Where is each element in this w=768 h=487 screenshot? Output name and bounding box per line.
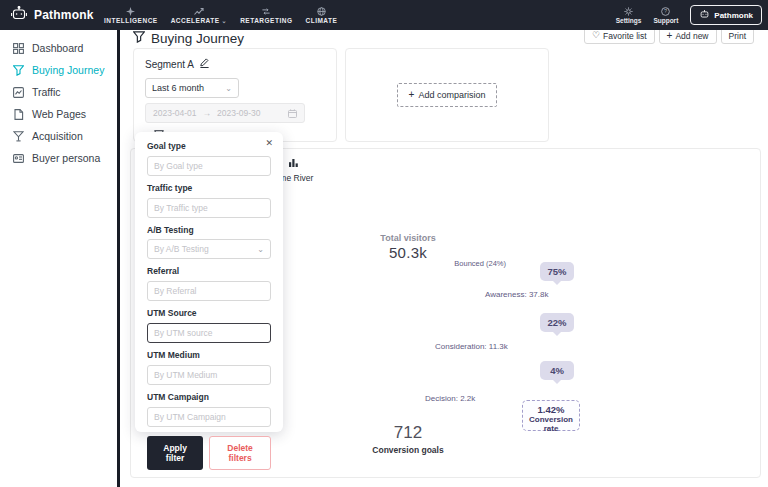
nav-item-accelerate[interactable]: ACCELERATE⌄: [171, 7, 227, 24]
edit-pencil-icon[interactable]: [200, 58, 209, 70]
sidebar-item-web-pages[interactable]: Web Pages: [0, 103, 117, 125]
apply-filter-button[interactable]: Apply filter: [147, 436, 203, 470]
support-label: Support: [653, 17, 678, 24]
settings-button[interactable]: Settings: [616, 7, 642, 24]
navbar-menu: INTELLIGENCE ACCELERATE⌄ RETARGETING CLI…: [104, 0, 337, 30]
field-label-traffic-type: Traffic type: [147, 183, 271, 193]
account-label: Pathmonk: [714, 11, 753, 20]
support-button[interactable]: ? Support: [653, 7, 678, 24]
period-select[interactable]: Last 6 month ⌄: [145, 78, 239, 98]
nav-label: CLIMATE: [305, 17, 337, 24]
account-button[interactable]: Pathmonk: [690, 5, 762, 25]
buyer-persona-icon: [13, 153, 24, 164]
ab-testing-placeholder: By A/B Testing: [154, 244, 209, 254]
gear-icon: [624, 7, 633, 16]
comparison-card: + Add comparision: [345, 48, 549, 142]
decision-stage-label: Decision: 2.2k: [425, 394, 475, 403]
arrow-right-icon: →: [202, 108, 211, 118]
funnel-icon: [133, 31, 145, 46]
sidebar-item-label: Dashboard: [32, 42, 83, 54]
consideration-stage-label: Consideration: 11.3k: [435, 342, 508, 351]
referral-input[interactable]: [147, 281, 271, 301]
conversion-rate-label: Conversion rate: [523, 415, 579, 433]
sidebar-item-buying-journey[interactable]: Buying Journey: [0, 59, 117, 81]
bounced-label: Bounced (24%): [366, 259, 506, 268]
favorite-list-label: Favorite list: [603, 31, 646, 41]
conversion-rate-value: 1.42%: [523, 404, 579, 415]
sidebar: Dashboard Buying Journey Traffic Web Pag…: [0, 30, 120, 487]
awareness-stage-label: Awareness: 37.8k: [485, 290, 548, 299]
chevron-down-icon: ⌄: [222, 17, 228, 24]
traffic-icon: [13, 87, 24, 98]
robot-logo-icon: [10, 6, 28, 25]
conversion-goals-label: Conversion goals: [358, 445, 458, 455]
page-title: Buying Journey: [133, 31, 244, 46]
print-label: Print: [729, 31, 746, 41]
segment-card: Segment A Last 6 month ⌄ 2023-04-01 → 20…: [133, 48, 337, 142]
date-start: 2023-04-01: [153, 108, 196, 118]
segment-title: Segment A: [145, 59, 194, 70]
sidebar-item-label: Buying Journey: [32, 64, 104, 76]
robot-icon: [699, 9, 710, 21]
nav-item-climate[interactable]: CLIMATE: [305, 7, 337, 24]
awareness-percent-badge: 75%: [540, 262, 574, 281]
goal-type-input[interactable]: [147, 156, 271, 176]
total-visitors-label: Total visitors: [358, 233, 458, 243]
nav-label: RETARGETING: [240, 17, 292, 24]
calendar-icon: [288, 109, 297, 118]
ab-testing-select[interactable]: By A/B Testing ⌄: [147, 239, 271, 259]
accelerate-icon: [194, 7, 204, 16]
delete-filters-button[interactable]: Delete filters: [209, 436, 271, 470]
filter-popup: ✕ Goal type Traffic type A/B Testing By …: [135, 132, 283, 432]
sidebar-item-label: Acquisition: [32, 130, 83, 142]
sidebar-item-traffic[interactable]: Traffic: [0, 81, 117, 103]
popup-actions: Apply filter Delete filters: [147, 436, 271, 470]
plus-icon: +: [409, 90, 415, 100]
utm-source-input[interactable]: [147, 323, 271, 343]
field-label-goal-type: Goal type: [147, 141, 271, 151]
nav-item-intelligence[interactable]: INTELLIGENCE: [104, 7, 158, 24]
app-screen: Pathmonk INTELLIGENCE ACCELERATE⌄ RETARG…: [0, 0, 768, 487]
funnel-icon: [13, 65, 24, 76]
utm-campaign-input[interactable]: [147, 407, 271, 427]
question-icon: ?: [661, 7, 670, 16]
heart-icon: ♡: [592, 31, 600, 40]
bar-chart-icon: [288, 154, 299, 171]
segment-title-row: Segment A: [145, 58, 325, 70]
nav-label: ACCELERATE⌄: [171, 17, 227, 24]
field-label-referral: Referral: [147, 266, 271, 276]
sidebar-item-label: Web Pages: [32, 108, 86, 120]
utm-medium-input[interactable]: [147, 365, 271, 385]
period-value: Last 6 month: [152, 83, 204, 93]
sidebar-item-dashboard[interactable]: Dashboard: [0, 37, 117, 59]
field-label-ab-testing: A/B Testing: [147, 225, 271, 235]
intelligence-icon: [126, 7, 135, 16]
field-label-utm-campaign: UTM Campaign: [147, 392, 271, 402]
web-pages-icon: [13, 109, 24, 120]
chevron-down-icon: ⌄: [257, 245, 264, 254]
nav-label: INTELLIGENCE: [104, 17, 158, 24]
date-range-input[interactable]: 2023-04-01 → 2023-09-30: [145, 103, 305, 123]
nav-item-retargeting[interactable]: RETARGETING: [240, 7, 292, 24]
top-navbar: Pathmonk INTELLIGENCE ACCELERATE⌄ RETARG…: [0, 0, 768, 30]
navbar-right: Settings ? Support Pathmonk: [616, 0, 762, 30]
sidebar-item-label: Buyer persona: [32, 152, 100, 164]
date-end: 2023-09-30: [217, 108, 260, 118]
field-label-utm-source: UTM Source: [147, 308, 271, 318]
field-label-utm-medium: UTM Medium: [147, 350, 271, 360]
plus-icon: +: [667, 31, 673, 41]
decision-percent-badge: 4%: [540, 361, 574, 380]
sidebar-item-buyer-persona[interactable]: Buyer persona: [0, 147, 117, 169]
close-icon[interactable]: ✕: [265, 138, 273, 148]
chevron-down-icon: ⌄: [225, 84, 232, 93]
dashboard-icon: [13, 43, 24, 54]
conversion-rate-box: 1.42% Conversion rate: [522, 400, 580, 431]
brand-name: Pathmonk: [34, 8, 94, 22]
settings-label: Settings: [616, 17, 642, 24]
brand-logo[interactable]: Pathmonk: [10, 0, 94, 30]
add-new-label: Add new: [675, 31, 708, 41]
sidebar-item-acquisition[interactable]: Acquisition: [0, 125, 117, 147]
climate-icon: [317, 7, 326, 16]
traffic-type-input[interactable]: [147, 198, 271, 218]
add-comparison-button[interactable]: + Add comparision: [397, 83, 498, 107]
